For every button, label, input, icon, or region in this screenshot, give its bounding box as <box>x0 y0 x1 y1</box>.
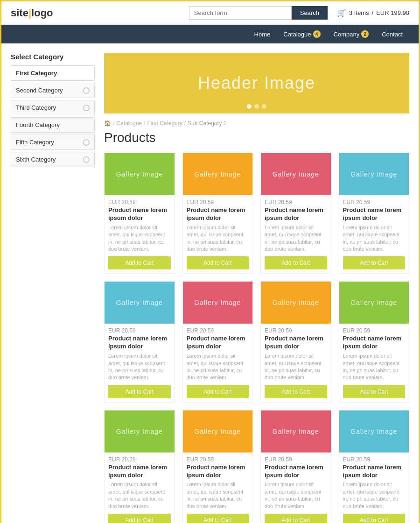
product-card: Gallery Image EUR 20.59 Product name lor… <box>182 410 253 523</box>
nav-bar: Home Catalogue 4 Company 2 Contact <box>1 25 419 43</box>
product-price: EUR 20.59 <box>261 452 331 464</box>
add-to-cart-button[interactable]: Add to Cart <box>265 385 327 398</box>
add-to-cart-button[interactable]: Add to Cart <box>265 256 327 269</box>
product-image: Gallery Image <box>183 153 253 195</box>
hero-banner: Header Image <box>104 53 409 113</box>
product-description: Lorem ipsum dolor sit amet, qui isque sc… <box>183 224 253 257</box>
product-price: EUR 20.59 <box>183 452 253 464</box>
sidebar-item-second-category[interactable]: Second Category <box>11 83 95 98</box>
sidebar: Select Category First Category Second Ca… <box>11 53 95 523</box>
product-price: EUR 20.59 <box>105 195 175 206</box>
add-to-cart-button[interactable]: Add to Cart <box>187 385 249 398</box>
gallery-image-label: Gallery Image <box>116 428 163 435</box>
main-content: Header Image 🏠 / Catalogue / First Categ… <box>104 53 409 523</box>
gallery-image-label: Gallery Image <box>116 299 163 306</box>
catalogue-badge: 4 <box>313 30 321 38</box>
product-price: EUR 20.59 <box>339 452 409 464</box>
product-card: Gallery Image EUR 20.59 Product name lor… <box>182 281 253 402</box>
gallery-image-label: Gallery Image <box>194 428 241 435</box>
product-image: Gallery Image <box>105 282 175 324</box>
hero-dot-1[interactable] <box>247 104 252 109</box>
add-to-cart-button[interactable]: Add to Cart <box>108 385 171 398</box>
hero-dots <box>247 104 266 109</box>
sidebar-item-third-category[interactable]: Third Category <box>11 100 95 115</box>
add-to-cart-button[interactable]: Add to Cart <box>343 514 406 523</box>
product-name: Product name lorem ipsum dolor <box>261 335 331 353</box>
breadcrumb: 🏠 / Catalogue / First Category / Sub Cat… <box>104 120 409 127</box>
cart-info: 🛒 3 Items / EUR 199.90 <box>337 8 409 17</box>
product-name: Product name lorem ipsum dolor <box>183 206 253 224</box>
gallery-image-label: Gallery Image <box>350 428 397 435</box>
product-description: Lorem ipsum dolor sit amet, qui isque sc… <box>105 481 175 514</box>
product-description: Lorem ipsum dolor sit amet, qui isque sc… <box>105 224 175 257</box>
product-image: Gallery Image <box>183 282 253 324</box>
nav-item-home[interactable]: Home <box>248 25 277 43</box>
gallery-image-label: Gallery Image <box>194 170 241 178</box>
sidebar-dot <box>83 156 90 163</box>
product-card: Gallery Image EUR 20.59 Product name lor… <box>182 153 253 274</box>
sidebar-item-fifth-category[interactable]: Fifth Category <box>11 134 95 150</box>
breadcrumb-current: Sub Category 1 <box>188 120 226 127</box>
product-image: Gallery Image <box>261 410 331 452</box>
product-description: Lorem ipsum dolor sit amet, qui isque sc… <box>105 353 175 385</box>
product-name: Product name lorem ipsum dolor <box>183 464 253 481</box>
sidebar-item-first-category[interactable]: First Category <box>11 65 95 81</box>
add-to-cart-button[interactable]: Add to Cart <box>108 256 171 269</box>
sidebar-item-sixth-category[interactable]: Sixth Category <box>11 152 95 167</box>
company-badge: 2 <box>361 30 369 38</box>
product-image: Gallery Image <box>339 410 409 452</box>
product-name: Product name lorem ipsum dolor <box>105 464 175 481</box>
hero-dot-2[interactable] <box>254 104 259 109</box>
product-name: Product name lorem ipsum dolor <box>261 206 331 224</box>
product-description: Lorem ipsum dolor sit amet, qui isque sc… <box>261 353 331 385</box>
breadcrumb-first-category[interactable]: First Category <box>147 120 182 127</box>
add-to-cart-button[interactable]: Add to Cart <box>187 256 249 269</box>
product-price: EUR 20.59 <box>261 195 331 206</box>
breadcrumb-home-icon[interactable]: 🏠 <box>104 120 111 127</box>
breadcrumb-catalogue[interactable]: Catalogue <box>116 120 142 127</box>
product-description: Lorem ipsum dolor sit amet, qui isque sc… <box>261 481 331 514</box>
product-card: Gallery Image EUR 20.59 Product name lor… <box>260 410 331 523</box>
sidebar-dot <box>83 139 90 146</box>
cart-separator: / <box>372 9 374 16</box>
gallery-image-label: Gallery Image <box>273 170 319 178</box>
nav-item-contact[interactable]: Contact <box>375 25 409 43</box>
gallery-image-label: Gallery Image <box>116 170 163 178</box>
gallery-image-label: Gallery Image <box>194 299 241 306</box>
product-price: EUR 20.59 <box>183 324 253 335</box>
nav-item-company[interactable]: Company 2 <box>327 25 376 43</box>
product-price: EUR 20.59 <box>261 324 331 335</box>
product-name: Product name lorem ipsum dolor <box>105 335 175 353</box>
product-price: EUR 20.59 <box>105 452 175 464</box>
search-button[interactable]: Search <box>292 6 328 20</box>
site-logo: site|logo <box>11 7 53 19</box>
sidebar-item-fourth-category[interactable]: Fourth Category <box>11 117 95 133</box>
product-name: Product name lorem ipsum dolor <box>183 335 253 353</box>
gallery-image-label: Gallery Image <box>273 299 319 306</box>
products-heading: Products <box>104 130 409 145</box>
add-to-cart-button[interactable]: Add to Cart <box>108 514 171 523</box>
product-card: Gallery Image EUR 20.59 Product name lor… <box>339 281 410 402</box>
product-image: Gallery Image <box>261 282 331 324</box>
breadcrumb-sep: / <box>144 120 145 127</box>
product-name: Product name lorem ipsum dolor <box>105 206 175 224</box>
gallery-image-label: Gallery Image <box>350 170 397 178</box>
add-to-cart-button[interactable]: Add to Cart <box>343 385 406 398</box>
add-to-cart-button[interactable]: Add to Cart <box>265 514 327 523</box>
product-image: Gallery Image <box>339 282 409 324</box>
nav-item-catalogue[interactable]: Catalogue 4 <box>277 25 327 43</box>
product-name: Product name lorem ipsum dolor <box>339 335 409 353</box>
product-image: Gallery Image <box>183 410 253 452</box>
hero-title: Header Image <box>198 73 315 93</box>
product-grid: Gallery Image EUR 20.59 Product name lor… <box>104 153 409 523</box>
search-input[interactable] <box>189 6 292 20</box>
product-image: Gallery Image <box>261 153 331 195</box>
cart-items: 3 Items <box>349 9 369 16</box>
hero-dot-3[interactable] <box>262 104 266 109</box>
product-card: Gallery Image EUR 20.59 Product name lor… <box>339 153 410 274</box>
add-to-cart-button[interactable]: Add to Cart <box>343 256 406 269</box>
content-area: Select Category First Category Second Ca… <box>1 43 419 523</box>
product-name: Product name lorem ipsum dolor <box>339 464 409 481</box>
breadcrumb-sep: / <box>184 120 186 127</box>
add-to-cart-button[interactable]: Add to Cart <box>187 514 249 523</box>
